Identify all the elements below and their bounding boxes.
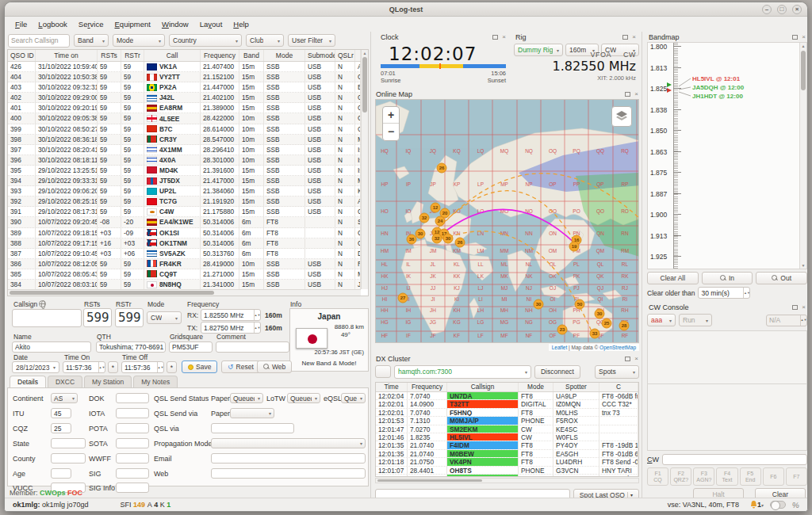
dx-spot-row[interactable]: 12:01:3521.0740F4IDMFT8PY4OYFT8 -19dB 11… xyxy=(376,441,638,449)
map-marker[interactable]: 36 xyxy=(407,235,416,244)
bandmap-spot[interactable]: HL5IVL @ 12:01 xyxy=(692,75,740,82)
map-marker[interactable]: 28 xyxy=(619,321,629,330)
qso-row[interactable]: 40430/10/2022 10:50:385959VY2TT21.152100… xyxy=(8,72,361,82)
rx-frequency-input[interactable]: 1.82550 MHz▲▼ xyxy=(201,309,261,321)
map-marker[interactable]: 30 xyxy=(443,234,453,243)
percent-icon[interactable]: % xyxy=(791,501,799,509)
email-input[interactable] xyxy=(211,453,366,464)
map-layers-button[interactable] xyxy=(611,106,632,127)
search-callsign-input[interactable] xyxy=(8,34,70,48)
fkey-f1-button[interactable]: F1CQ xyxy=(647,467,668,486)
member-club-cwops[interactable]: CWOps xyxy=(40,489,66,497)
qso-row[interactable]: 42631/10/2022 10:59:405959VK1A21.4074001… xyxy=(8,62,361,72)
column-header[interactable]: Time on xyxy=(36,50,98,61)
qso-row[interactable]: 40130/10/2022 09:20:195959EA8RM21.389000… xyxy=(8,103,361,113)
cw-output-area[interactable] xyxy=(647,330,807,451)
column-header[interactable]: Frequency xyxy=(408,383,447,391)
map-marker[interactable]: 30 xyxy=(416,229,425,238)
filter-dropdown-country[interactable]: Country▾ xyxy=(169,34,242,47)
map-zoom-control[interactable]: + − xyxy=(382,106,400,141)
dx-spot-row[interactable]: 12:01:0728.4401OH8TSPHONEG3VCNHNY TARI xyxy=(376,467,638,475)
qso-row[interactable]: 39010/07/2022 09:20:45-08-20EA4/K1WE50.3… xyxy=(8,217,361,227)
cw-speed-input[interactable]: N/A▲▼ xyxy=(766,315,807,326)
date-input[interactable]: 28/12/2023▾ xyxy=(12,361,59,373)
dx-spot-row[interactable]: 12:02:047.0740UN7DAFT8UA9LPFT8 -06dB fro… xyxy=(376,392,638,400)
rig-select-dropdown[interactable]: Dummy Rig▾ xyxy=(514,44,563,56)
qso-row[interactable]: 38810/07/2022 09:17:15+16+03OK1TNM50.314… xyxy=(8,238,361,249)
disconnect-button[interactable]: Disconnect xyxy=(534,365,580,379)
zoom-in-button[interactable]: + xyxy=(383,107,399,124)
column-header[interactable]: RSTs xyxy=(98,50,121,61)
panel-close-icon[interactable]: × xyxy=(802,305,806,310)
gridsquare-input[interactable]: PM53UF xyxy=(169,341,213,353)
filter-dropdown-user-filter[interactable]: User Filter▾ xyxy=(288,34,335,47)
qso-row[interactable]: 39329/10/2022 09:06:205959UP2L21.3840601… xyxy=(8,186,361,196)
dark-mode-toggle[interactable] xyxy=(770,501,786,509)
column-header[interactable]: Call xyxy=(144,50,201,61)
map-marker[interactable]: 32 xyxy=(432,234,442,243)
zoom-out-button[interactable]: − xyxy=(383,124,399,140)
column-header[interactable]: Band xyxy=(239,50,264,61)
eqsl-status-dropdown[interactable]: Queued▾ xyxy=(341,393,366,403)
map-marker[interactable]: 30 xyxy=(595,309,604,319)
bandmap-zoom-in-button[interactable]: In xyxy=(702,272,753,284)
column-header[interactable]: Frequency xyxy=(201,50,239,61)
clear-all-button[interactable]: Clear All xyxy=(647,272,699,284)
qso-row[interactable]: 40230/10/2022 09:29:005959J42L21.4021001… xyxy=(8,93,361,103)
leaflet-link[interactable]: Leaflet xyxy=(552,345,568,350)
column-header[interactable]: QSO ID xyxy=(8,50,36,61)
fkey-f6-button[interactable]: F6 xyxy=(763,467,784,486)
log-vertical-scrollbar[interactable]: ▲ xyxy=(361,50,368,289)
lotw-status-dropdown[interactable]: Queued▾ xyxy=(287,393,320,403)
save-button[interactable]: Save xyxy=(182,360,217,373)
menu-layout[interactable]: Layout xyxy=(194,18,228,30)
menu-service[interactable]: Service xyxy=(73,18,109,30)
qso-row[interactable]: 39630/10/2022 08:18:1159594X0A28.3010001… xyxy=(8,155,361,166)
wwff-input[interactable] xyxy=(116,453,149,464)
sig-info-input[interactable] xyxy=(116,483,149,493)
dx-spot-row[interactable]: 12:01:461.8235HL5IVLCWW0FLS xyxy=(376,433,638,441)
paper-via-dropdown[interactable]: ▾ xyxy=(230,408,274,418)
dx-spot-row[interactable]: 12:02:017.0740F5HNQFT8M0LHStnx 73 xyxy=(376,409,638,417)
map-marker[interactable]: 19 xyxy=(569,242,579,251)
server-list-button[interactable] xyxy=(375,365,391,378)
qso-row[interactable]: 39930/10/2022 08:50:275959B7C28.61400010… xyxy=(8,124,361,135)
panel-close-icon[interactable]: × xyxy=(802,35,806,40)
filter-dropdown-band[interactable]: Band▾ xyxy=(74,34,109,47)
spinner-icon[interactable]: ▲▼ xyxy=(254,310,260,320)
dx-spot-row[interactable]: 12:01:3521.0740M0BEWFT8EA5GHFT8 -01dB 67… xyxy=(376,450,638,458)
qso-row[interactable]: 38910/07/2022 09:18:15+03-09OK1SI50.3140… xyxy=(8,228,361,238)
cluster-server-combo[interactable]: hamqth.com:7300▾ xyxy=(394,365,531,379)
qso-row[interactable]: 39129/10/2022 08:17:315959C4W21.17588015… xyxy=(8,207,361,217)
spinner-icon[interactable]: ▲▼ xyxy=(254,322,260,333)
column-header[interactable]: C xyxy=(599,383,638,391)
column-header[interactable] xyxy=(355,50,361,61)
tx-frequency-input[interactable]: 1.82750 MHz▲▼ xyxy=(201,322,261,334)
map-marker[interactable]: 32 xyxy=(419,213,429,223)
web-input[interactable] xyxy=(211,468,366,479)
bandmap-scrollbar[interactable]: ▲▼ xyxy=(799,43,806,269)
map-marker[interactable]: 30 xyxy=(534,299,543,309)
menu-help[interactable]: Help xyxy=(228,18,255,30)
map-marker[interactable]: 33 xyxy=(590,329,599,338)
map-marker[interactable]: 24 xyxy=(435,216,445,226)
time-off-input[interactable]: 11:57:36▲▼ xyxy=(121,361,164,373)
qso-row[interactable]: 40330/10/2022 09:32:315959PX2A21.4470001… xyxy=(8,82,361,93)
scroll-up-icon[interactable]: ▲ xyxy=(362,50,368,56)
name-input[interactable]: Akito xyxy=(12,341,91,353)
panel-close-icon[interactable]: × xyxy=(634,357,638,361)
cw-run-dropdown[interactable]: Run▾ xyxy=(679,314,712,326)
panel-close-icon[interactable]: × xyxy=(634,92,638,97)
spinner-icon[interactable]: ▲▼ xyxy=(743,288,749,298)
spinner-icon[interactable]: ▲▼ xyxy=(800,315,806,326)
bandmap-spot[interactable]: JH1HDT @ 12:00 xyxy=(692,93,743,100)
map-marker[interactable]: 25 xyxy=(602,319,611,328)
column-header[interactable]: Spotter xyxy=(553,383,599,391)
bandmap-canvas[interactable]: ▲▼ 1.8001.8131.8251.8381.8501.8631.8751.… xyxy=(647,42,807,269)
cw-profile-dropdown[interactable]: aaa▾ xyxy=(647,314,676,326)
qsl-via-input[interactable] xyxy=(211,423,294,433)
age-input[interactable] xyxy=(51,468,71,479)
spinner-icon[interactable]: ▲▼ xyxy=(98,362,105,372)
cqz-input[interactable]: 25 xyxy=(51,423,71,433)
panel-float-icon[interactable] xyxy=(492,35,498,40)
